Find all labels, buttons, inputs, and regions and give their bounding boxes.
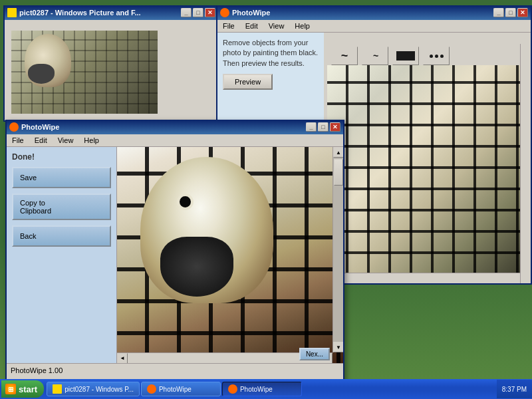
windows-picture-maximize[interactable]: □ bbox=[193, 8, 203, 17]
windows-picture-close[interactable]: ✕ bbox=[205, 8, 215, 17]
parrot-right-image bbox=[327, 65, 520, 273]
photowipe-nav-next-button[interactable]: Nex... bbox=[299, 348, 330, 360]
toolbar-wave2-icon[interactable]: ~ bbox=[362, 47, 388, 65]
photowipe-bg-controls: _ □ ✕ bbox=[493, 8, 528, 17]
toolbar-wave1-icon[interactable]: ~ bbox=[331, 47, 358, 65]
toolbar-dots-icon[interactable] bbox=[423, 47, 450, 65]
taskbar-item-0-icon bbox=[53, 384, 62, 394]
wave2-icon: ~ bbox=[373, 51, 377, 61]
photowipe-main-icon bbox=[9, 122, 19, 132]
photowipe-save-button[interactable]: Save bbox=[12, 167, 111, 188]
photowipe-bg-menu-help[interactable]: Help bbox=[292, 21, 313, 31]
photowipe-copy-clipboard-button[interactable]: Copy to Clipboard bbox=[12, 194, 111, 220]
photowipe-main-canvas: ▲ ▼ ◄ ► Nex... bbox=[116, 147, 343, 363]
photowipe-bg-menu-edit[interactable]: Edit bbox=[243, 21, 261, 31]
start-label: start bbox=[19, 384, 37, 394]
photowipe-main-sidebar: Done! Save Copy to Clipboard Back bbox=[7, 147, 116, 363]
photowipe-bg-icon bbox=[220, 8, 229, 17]
photowipe-bg-title: PhotoWipe bbox=[232, 9, 491, 17]
taskbar-item-1[interactable]: PhotoWipe bbox=[141, 382, 221, 396]
photowipe-main-menu: File Edit View Help bbox=[7, 134, 343, 147]
photowipe-main-menu-file[interactable]: File bbox=[9, 136, 27, 145]
taskbar: ⊞ start pict0287 - Windows P... PhotoWip… bbox=[0, 379, 532, 399]
taskbar-items: pict0287 - Windows P... PhotoWipe PhotoW… bbox=[47, 382, 497, 396]
parrot-beak-main bbox=[160, 237, 233, 297]
scroll-up-arrow[interactable]: ▲ bbox=[333, 147, 343, 158]
windows-picture-title: pict0287 - Windows Picture and F... bbox=[19, 9, 178, 17]
taskbar-item-2[interactable]: PhotoWipe bbox=[222, 382, 302, 396]
photowipe-status-text: PhotoWipe 1.00 bbox=[11, 366, 63, 374]
dot1 bbox=[430, 55, 433, 58]
photowipe-bg-canvas bbox=[327, 65, 520, 273]
taskbar-item-0[interactable]: pict0287 - Windows P... bbox=[47, 382, 140, 396]
start-button[interactable]: ⊞ start bbox=[1, 380, 44, 398]
taskbar-item-0-label: pict0287 - Windows P... bbox=[65, 386, 134, 393]
photowipe-preview-button[interactable]: Preview bbox=[223, 74, 273, 90]
photowipe-main-close[interactable]: ✕ bbox=[330, 122, 340, 132]
photowipe-bg-menu-file[interactable]: File bbox=[220, 21, 237, 31]
parrot-face-area bbox=[134, 150, 280, 323]
photowipe-main-window: PhotoWipe _ □ ✕ File Edit View Help Done… bbox=[5, 120, 344, 382]
scroll-down-arrow[interactable]: ▼ bbox=[333, 342, 343, 352]
photowipe-bg-scrollbar-h[interactable] bbox=[327, 273, 520, 283]
parrot-main-canvas-inner bbox=[117, 147, 343, 363]
photowipe-main-menu-view[interactable]: View bbox=[55, 136, 76, 145]
windows-picture-titlebar[interactable]: pict0287 - Windows Picture and F... _ □ … bbox=[5, 5, 218, 20]
photowipe-bg-maximize[interactable]: □ bbox=[505, 8, 516, 17]
parrot-head-main bbox=[140, 157, 273, 303]
taskbar-item-1-label: PhotoWipe bbox=[159, 386, 192, 393]
windows-logo-icon: ⊞ bbox=[5, 384, 16, 394]
dot3 bbox=[440, 55, 444, 58]
photowipe-main-menu-edit[interactable]: Edit bbox=[32, 136, 50, 145]
windows-picture-controls: _ □ ✕ bbox=[181, 8, 215, 17]
scroll-left-arrow[interactable]: ◄ bbox=[117, 353, 128, 364]
photowipe-main-body: Done! Save Copy to Clipboard Back bbox=[7, 147, 343, 363]
photowipe-bg-scrollbar-v[interactable] bbox=[520, 44, 531, 283]
photowipe-main-titlebar[interactable]: PhotoWipe _ □ ✕ bbox=[7, 120, 343, 134]
windows-picture-minimize[interactable]: _ bbox=[181, 8, 192, 17]
windows-picture-icon bbox=[7, 8, 17, 17]
taskbar-item-2-icon bbox=[228, 384, 237, 394]
photowipe-main-controls: _ □ ✕ bbox=[306, 122, 340, 132]
photowipe-bg-minimize[interactable]: _ bbox=[493, 8, 504, 17]
photowipe-instruction: Remove objects from your photo by painti… bbox=[223, 38, 319, 68]
toolbar-rect-icon[interactable] bbox=[392, 47, 419, 65]
wave-icon: ~ bbox=[341, 49, 348, 63]
dots-icon bbox=[430, 55, 444, 58]
rect-icon bbox=[396, 51, 415, 61]
photowipe-main-scrollbar-v[interactable]: ▲ ▼ bbox=[332, 147, 343, 352]
photowipe-back-button[interactable]: Back bbox=[12, 225, 111, 247]
taskbar-item-2-label: PhotoWipe bbox=[240, 386, 273, 393]
taskbar-right: 8:37 PM bbox=[497, 380, 532, 398]
parrot-beak-thumbnail bbox=[28, 64, 55, 84]
photowipe-bg-close[interactable]: ✕ bbox=[517, 8, 528, 17]
scroll-v-track[interactable] bbox=[333, 158, 343, 342]
parrot-eye-main bbox=[177, 194, 194, 210]
photowipe-main-title: PhotoWipe bbox=[21, 123, 303, 131]
windows-picture-window: pict0287 - Windows Picture and F... _ □ … bbox=[3, 5, 219, 122]
photowipe-bg-titlebar[interactable]: PhotoWipe _ □ ✕ bbox=[217, 5, 531, 20]
parrot-thumbnail bbox=[11, 31, 158, 114]
taskbar-item-1-icon bbox=[147, 384, 156, 394]
photowipe-main-statusbar: PhotoWipe 1.00 bbox=[7, 363, 343, 376]
photowipe-bg-menu: File Edit View Help bbox=[217, 20, 531, 33]
photowipe-main-maximize[interactable]: □ bbox=[318, 122, 329, 132]
taskbar-time: 8:37 PM bbox=[502, 386, 527, 393]
photowipe-main-menu-help[interactable]: Help bbox=[81, 136, 102, 145]
dot2 bbox=[435, 55, 438, 58]
photowipe-bg-menu-view[interactable]: View bbox=[266, 21, 287, 31]
scroll-v-handle[interactable] bbox=[334, 159, 343, 186]
photowipe-main-minimize[interactable]: _ bbox=[306, 122, 317, 132]
photowipe-done-text: Done! bbox=[12, 152, 111, 162]
